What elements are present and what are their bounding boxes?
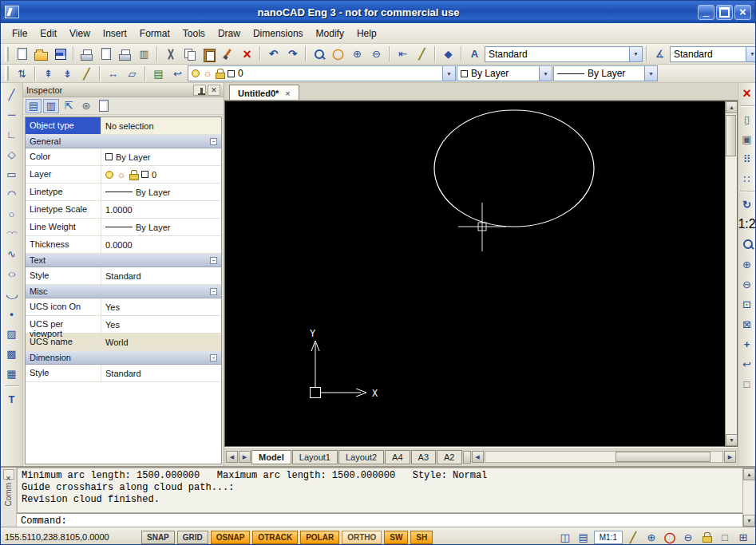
erase-icon[interactable] <box>238 45 256 62</box>
menu-help[interactable]: Help <box>350 26 383 41</box>
object-type-value[interactable]: No selection <box>101 117 221 134</box>
erase-icon[interactable] <box>738 85 756 102</box>
redo-icon[interactable] <box>283 45 302 62</box>
collapse-icon[interactable] <box>210 288 217 295</box>
hscroll-right-button[interactable] <box>724 451 736 463</box>
horizontal-scrollbar[interactable] <box>485 451 724 463</box>
tab-scroll-splitter[interactable] <box>463 451 471 464</box>
zoom-capture-icon[interactable] <box>662 530 678 545</box>
toggle-sh[interactable]: SH <box>410 531 433 544</box>
property-value[interactable]: By Layer <box>101 184 221 200</box>
pin-icon[interactable] <box>193 85 206 96</box>
layout-tab-scroll-left-button[interactable] <box>226 451 238 463</box>
annotation-icon[interactable] <box>625 530 641 545</box>
full-screen-icon[interactable] <box>738 375 756 393</box>
dropdown-arrow-icon[interactable] <box>629 47 642 61</box>
zoom-window-icon[interactable] <box>329 45 347 62</box>
menu-format[interactable]: Format <box>133 26 176 41</box>
menu-draw[interactable]: Draw <box>212 26 247 41</box>
distance-icon[interactable] <box>104 65 122 82</box>
lock-icon[interactable] <box>699 530 714 545</box>
menu-edit[interactable]: Edit <box>34 26 63 41</box>
line-icon[interactable] <box>3 85 21 103</box>
linetype-combo[interactable]: By Layer <box>553 65 658 81</box>
inspector-header[interactable]: Inspector <box>23 83 224 97</box>
zoom-out-icon[interactable] <box>680 530 696 545</box>
toggle-grid[interactable]: GRID <box>177 531 208 544</box>
dropdown-arrow-icon[interactable] <box>442 66 455 81</box>
menu-dimensions[interactable]: Dimensions <box>247 26 310 41</box>
toolbar-drag-handle[interactable] <box>5 47 9 61</box>
undo-icon[interactable] <box>264 45 283 62</box>
page-setup-icon[interactable] <box>77 45 96 62</box>
categorized-view-icon[interactable] <box>26 99 42 113</box>
quick-select-icon[interactable] <box>61 99 77 113</box>
collapse-icon[interactable] <box>210 354 217 361</box>
cut-icon[interactable] <box>161 45 180 62</box>
close-button[interactable] <box>734 5 751 20</box>
arc-icon[interactable] <box>3 185 21 203</box>
layout-tab-layout1[interactable]: Layout1 <box>292 450 338 464</box>
drawing-canvas[interactable]: Y X <box>224 101 738 447</box>
property-value[interactable]: 1.0000 <box>101 201 221 218</box>
layout-tab-a2[interactable]: A2 <box>437 450 461 464</box>
sheet-icon[interactable] <box>738 110 756 128</box>
point-grid-icon[interactable] <box>738 150 756 168</box>
menu-view[interactable]: View <box>63 26 97 41</box>
scale-button[interactable]: M1:1 <box>594 531 623 544</box>
alphabetic-view-icon[interactable] <box>43 99 59 113</box>
measure-icon[interactable] <box>394 45 412 62</box>
copy-icon[interactable] <box>180 45 199 62</box>
text-style-combo[interactable]: Standard <box>485 46 643 62</box>
collapse-icon[interactable] <box>210 138 217 145</box>
layer-combo[interactable]: 0 <box>188 65 456 81</box>
point-icon[interactable] <box>3 305 21 322</box>
property-value[interactable]: 0.0000 <box>101 236 221 253</box>
maximize-button[interactable] <box>716 5 733 20</box>
layout-tab-scroll-right-button[interactable] <box>239 451 251 463</box>
close-inspector-icon[interactable] <box>208 85 220 96</box>
command-history[interactable]: Minimum arc length: 1500.000000 Maximum … <box>17 468 742 513</box>
sheet-set-icon[interactable] <box>738 130 756 148</box>
menu-file[interactable]: File <box>6 26 34 41</box>
dropdown-arrow-icon[interactable] <box>539 66 552 81</box>
print-preview-icon[interactable] <box>97 45 115 62</box>
regen-icon[interactable] <box>738 195 756 213</box>
zoom-window-icon[interactable] <box>738 295 756 313</box>
zoom-out-icon[interactable] <box>367 45 386 62</box>
previous-view-icon[interactable] <box>738 355 756 373</box>
ellipse-arc-icon[interactable] <box>3 285 21 302</box>
scroll-track[interactable] <box>726 113 737 434</box>
toggle-polar[interactable]: POLAR <box>300 531 339 544</box>
collapse-icon[interactable] <box>210 257 217 264</box>
match-properties-icon[interactable] <box>219 45 237 62</box>
layout-tab-a3[interactable]: A3 <box>411 450 436 464</box>
toggle-sw[interactable]: SW <box>384 531 408 544</box>
print-icon[interactable] <box>116 45 134 62</box>
draw-order-icon[interactable] <box>13 65 31 82</box>
find-icon[interactable] <box>310 45 328 62</box>
property-value[interactable]: Yes <box>101 316 221 333</box>
canvas-vertical-scrollbar[interactable] <box>725 101 737 446</box>
scroll-thumb[interactable] <box>726 115 736 156</box>
revision-cloud-icon[interactable] <box>3 225 21 243</box>
scroll-up-button[interactable] <box>726 101 738 113</box>
rectangle-icon[interactable] <box>3 165 21 183</box>
polyline-icon[interactable] <box>3 125 21 143</box>
layout-tab-layout2[interactable]: Layout2 <box>338 450 384 464</box>
layout-tab-model[interactable]: Model <box>251 450 291 464</box>
property-value[interactable]: Standard <box>101 365 221 381</box>
area-icon[interactable] <box>123 65 141 82</box>
zoom-in-icon[interactable] <box>643 530 659 545</box>
hscroll-thumb[interactable] <box>615 452 710 462</box>
grid-settings-icon[interactable] <box>735 530 751 545</box>
zoom-in-icon[interactable] <box>348 45 366 62</box>
property-value[interactable]: Standard <box>101 267 221 284</box>
zoom-in-icon[interactable] <box>738 255 756 273</box>
edit-attributes-icon[interactable] <box>77 65 96 82</box>
send-to-back-icon[interactable] <box>58 65 77 82</box>
snap-grid-icon[interactable] <box>738 170 756 188</box>
polygon-icon[interactable] <box>3 145 21 163</box>
plot-style-icon[interactable] <box>135 45 153 62</box>
layers-dialog-icon[interactable] <box>149 65 168 82</box>
